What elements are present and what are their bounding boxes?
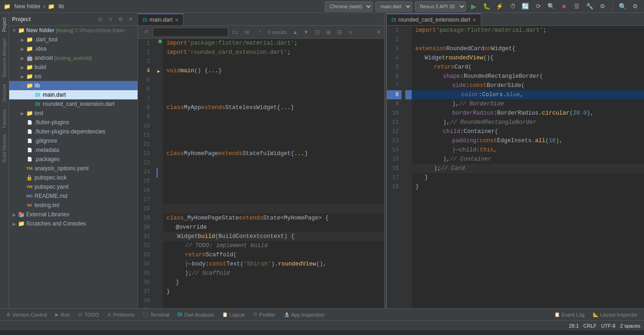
tree-root[interactable]: ▼ 📁 New folder [testing] C:\Projects\New… <box>9 26 138 35</box>
bottom-tab-dart-analysis[interactable]: Dt Dart Analysis <box>174 309 218 320</box>
tree-item-idea[interactable]: ▶ 📁 .idea <box>9 44 138 53</box>
profile-button[interactable]: ⏱ <box>507 1 518 12</box>
android-tag: [testing_android] <box>54 55 92 61</box>
status-encoding[interactable]: UTF-8 <box>601 323 615 329</box>
coverage-button[interactable]: ☰ <box>572 1 582 12</box>
tree-item-pubspec-yaml[interactable]: YM pubspec.yaml <box>9 182 138 191</box>
status-line-ending[interactable]: CRLF <box>583 323 597 329</box>
right-code-editor[interactable]: 1 2 3 4 5 6 7 8 9 10 11 12 13 14 15 16 1… <box>387 26 644 308</box>
attach-button[interactable]: ⚡ <box>494 1 505 12</box>
tree-item-dart-tool[interactable]: ▶ 📁 .dart_tool <box>9 35 138 44</box>
right-line-numbers: 1 2 3 4 5 6 7 8 9 10 11 12 13 14 15 16 1… <box>387 26 405 308</box>
settings-button[interactable]: ⚙ <box>630 1 640 12</box>
bottom-tab-event-log[interactable]: 📋 Event Log <box>551 309 588 320</box>
code-content-main[interactable]: import 'package:flutter/material.dart'; … <box>163 39 384 308</box>
search-word[interactable]: W <box>242 28 252 37</box>
bottom-tab-logcat[interactable]: 📋 Logcat <box>218 309 248 320</box>
root-folder-icon: 📁 <box>17 27 25 34</box>
code-line-24 <box>163 168 384 177</box>
tree-item-rounded-ext[interactable]: ▶ Dt rounded_card_extension.dart <box>9 99 138 109</box>
file-selector[interactable]: main.dart <box>375 1 412 12</box>
bottom-tab-problems[interactable]: ⚠ Problems <box>104 309 138 320</box>
stop-button[interactable]: ■ <box>559 1 569 12</box>
panel-scope-btn[interactable]: ⊙ <box>96 15 104 23</box>
search-regex[interactable]: .* <box>254 28 264 37</box>
rm-icon: MD <box>26 192 33 200</box>
sidebar-item-project[interactable]: Project <box>1 15 8 35</box>
search-close-btn[interactable]: ✕ <box>376 29 381 35</box>
ln-33: 33 <box>138 250 153 260</box>
bottom-tab-version-control[interactable]: ⚙ Version Control <box>3 309 51 320</box>
right-code-content[interactable]: import 'package:flutter/material.dart'; … <box>412 26 644 308</box>
tree-item-build[interactable]: ▶ 📁 build <box>9 63 138 72</box>
tree-item-lib[interactable]: ▼ 📁 lib <box>9 81 138 90</box>
bottom-tab-run[interactable]: ▶ Run <box>52 309 74 320</box>
search-filter[interactable]: ⊞ <box>324 28 333 37</box>
code-line-21 <box>163 140 384 149</box>
sdk-button[interactable]: ⚙ <box>598 1 608 12</box>
idea-label: .idea <box>34 46 46 52</box>
sidebar-item-favorites[interactable]: Favorites <box>1 106 8 131</box>
r-ln-4: 4 <box>387 53 402 63</box>
pkg-icon: 📄 <box>26 156 33 163</box>
tab-rounded-ext[interactable]: Dt rounded_card_extension.dart ✕ <box>387 13 481 25</box>
search-next-btn[interactable]: ▼ <box>302 28 311 37</box>
main-dart-tab-close[interactable]: ✕ <box>175 17 178 23</box>
bottom-tab-profiler[interactable]: ⏱ Profiler <box>249 309 279 320</box>
bottom-tab-app-inspection[interactable]: 🔬 App Inspection <box>280 309 328 320</box>
device-selector[interactable]: Chrome (web) <box>325 1 373 12</box>
build-icon: 📁 <box>26 64 33 71</box>
tree-item-readme[interactable]: MD README.md <box>9 191 138 201</box>
panel-collapse-all-btn[interactable]: ≡ <box>106 15 115 23</box>
flutter-restart[interactable]: ⟳ <box>533 1 543 12</box>
tree-item-test[interactable]: ▶ 📁 test <box>9 109 138 118</box>
main-code-editor[interactable]: 1 2 3 4 5 6 7 8 9 10 11 21 22 23 24 25 2… <box>138 39 384 308</box>
title-bar-text: New folder <box>14 3 40 10</box>
search-match-case[interactable]: Cc <box>230 28 240 37</box>
tree-item-testing-iml[interactable]: IM testing.iml <box>9 201 138 210</box>
code-line-1: import 'package:flutter/material.dart'; <box>163 39 384 48</box>
search-option-2[interactable]: ⊡ <box>313 28 322 37</box>
global-search-button[interactable]: 🔍 <box>617 1 627 12</box>
search-option-4[interactable]: ≡ <box>346 28 355 37</box>
search-input[interactable] <box>153 28 228 37</box>
tree-item-android[interactable]: ▶ 🤖 android [testing_android] <box>9 53 138 63</box>
rounded-ext-tab-close[interactable]: ✕ <box>472 17 476 23</box>
device-selector-2[interactable]: Nexus 5 API 30 <box>415 1 466 12</box>
tree-item-metadata[interactable]: 📄 .metadata <box>9 145 138 155</box>
search-prev-btn[interactable]: ▲ <box>291 28 300 37</box>
search-option-3[interactable]: ⊟ <box>335 28 344 37</box>
tree-item-flutter-plugins-dep[interactable]: 📄 .flutter-plugins-dependencies <box>9 127 138 136</box>
tree-item-ios[interactable]: ▶ 📁 ios <box>9 72 138 81</box>
r-code-line-16: ); // Card <box>412 164 644 173</box>
search-replace-toggle[interactable]: ↺ <box>141 28 151 37</box>
panel-settings-btn[interactable]: ⚙ <box>116 15 125 23</box>
sidebar-item-structure[interactable]: Structure <box>1 81 8 105</box>
status-cursor-pos[interactable]: 28:1 <box>569 323 579 329</box>
bottom-tab-layout-inspector[interactable]: 📐 Layout Inspector <box>589 309 641 320</box>
tree-item-analysis[interactable]: YM analysis_options.yaml <box>9 164 138 173</box>
build-button[interactable]: 🔧 <box>585 1 595 12</box>
r-ln-5: 5 <box>387 63 402 72</box>
android-arrow: ▶ <box>19 56 26 61</box>
tree-item-gitignore[interactable]: 📄 .gitignore <box>9 136 138 145</box>
sidebar-item-build-variants[interactable]: Build Variants <box>1 132 8 165</box>
tree-item-packages[interactable]: 📄 .packages <box>9 155 138 164</box>
tree-item-pubspec-lock[interactable]: 🔒 pubspec.lock <box>9 173 138 182</box>
title-bar-separator: › <box>43 3 45 10</box>
sidebar-item-resource[interactable]: Resource Manager <box>1 35 8 80</box>
flutter-widget-inspector[interactable]: 🔍 <box>546 1 556 12</box>
debug-button[interactable]: 🐛 <box>482 1 492 12</box>
tab-main-dart[interactable]: Dt main.dart ✕ <box>138 13 184 25</box>
tree-item-ext-libs[interactable]: ▶ 📚 External Libraries <box>9 210 138 219</box>
ln-35: 35 <box>138 269 153 278</box>
tree-item-scratches[interactable]: ▶ 📁 Scratches and Consoles <box>9 219 138 228</box>
panel-close-btn[interactable]: ✕ <box>126 15 135 23</box>
status-indent[interactable]: 2 spaces <box>620 323 640 329</box>
tree-item-main-dart[interactable]: ▶ Dt main.dart <box>9 90 138 99</box>
run-button[interactable]: ▶ <box>469 1 479 12</box>
bottom-tab-todo[interactable]: ☑ TODO <box>75 309 103 320</box>
tree-item-flutter-plugins[interactable]: 📄 .flutter-plugins <box>9 118 138 127</box>
bottom-tab-terminal[interactable]: ⬛ Terminal <box>139 309 173 320</box>
flutter-hot-reload[interactable]: 🔄 <box>520 1 530 12</box>
